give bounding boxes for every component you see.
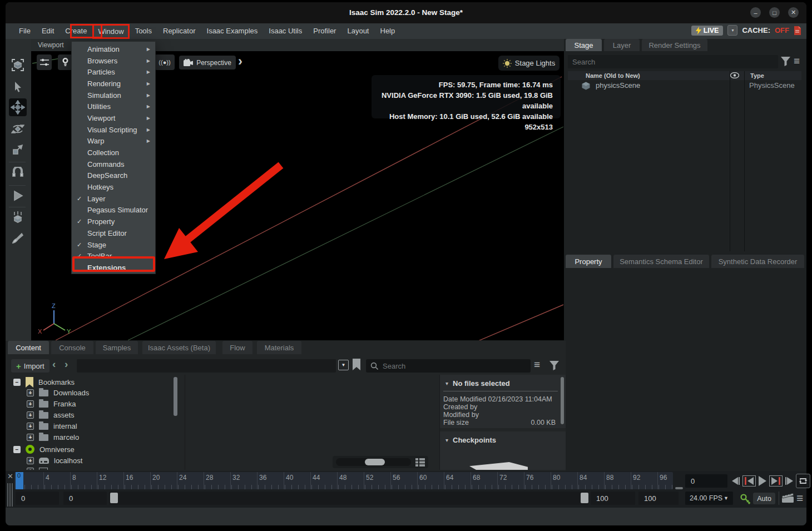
tab-property[interactable]: Property: [566, 255, 611, 268]
move-tool[interactable]: [9, 98, 27, 116]
select-tool[interactable]: [9, 78, 27, 96]
go-to-end-button[interactable]: [769, 475, 783, 487]
play-button[interactable]: [759, 476, 766, 486]
content-view-options-icon[interactable]: ≡: [534, 359, 540, 371]
expand-expander[interactable]: +: [27, 423, 34, 430]
tab-flow[interactable]: Flow: [222, 341, 252, 354]
stage-options-icon[interactable]: ≡: [794, 55, 800, 67]
paint-tool[interactable]: [9, 229, 27, 247]
timeline-ruler-numbers[interactable]: 0 48121620242832364044485256606468727680…: [14, 472, 673, 489]
snap-tool[interactable]: [9, 164, 27, 182]
stage-tree-row[interactable]: physicsScene PhysicsScene: [568, 81, 801, 91]
content-filter-icon[interactable]: [549, 361, 559, 370]
rotate-tool[interactable]: [9, 120, 27, 138]
content-search-input[interactable]: [383, 360, 522, 372]
play-tool[interactable]: [9, 187, 27, 205]
tab-semantics-schema-editor[interactable]: Semantics Schema Editor: [613, 255, 709, 268]
timeline-close-icon[interactable]: ✕: [7, 472, 13, 480]
column-name[interactable]: Name (Old to New): [586, 72, 640, 79]
tree-scrollbar[interactable]: [174, 377, 177, 416]
menu-item-stage[interactable]: ✓Stage: [72, 239, 155, 251]
collapse-expander[interactable]: −: [13, 379, 21, 386]
tab-isaac-assets-beta[interactable]: Isaac Assets (Beta): [142, 341, 216, 354]
tab-samples[interactable]: Samples: [96, 341, 138, 354]
step-forward-button[interactable]: [785, 477, 793, 485]
menu-item-simulation[interactable]: Simulation▶: [72, 90, 155, 101]
menu-file[interactable]: File: [13, 23, 36, 39]
tab-render-settings[interactable]: Render Settings: [642, 39, 707, 51]
live-button[interactable]: LIVE: [691, 26, 724, 36]
timeline-options-icon[interactable]: ≡: [796, 492, 803, 505]
camera-selector-button[interactable]: Perspective: [179, 56, 236, 70]
menu-item-commands[interactable]: Commands: [72, 158, 155, 170]
viewport-settings-button[interactable]: [37, 54, 52, 70]
start-time-field[interactable]: 0: [16, 492, 59, 505]
menu-item-browsers[interactable]: Browsers▶: [72, 55, 155, 67]
checkpoints-header[interactable]: ▾ Checkpoints: [445, 436, 496, 444]
back-button[interactable]: ‹: [52, 358, 56, 370]
current-frame-field[interactable]: 0: [685, 474, 727, 488]
expand-expander[interactable]: +: [27, 434, 34, 441]
viewport-toolbar-expand-icon[interactable]: ›: [238, 53, 242, 69]
selection-mode-tool[interactable]: [9, 56, 27, 74]
stage-search-input[interactable]: [568, 55, 778, 68]
menu-help[interactable]: Help: [375, 23, 401, 39]
ruler-scrollbar[interactable]: [675, 487, 683, 489]
import-button[interactable]: + Import: [11, 359, 49, 373]
slider-handle[interactable]: [365, 459, 385, 465]
tab-console[interactable]: Console: [51, 341, 93, 354]
maximize-button[interactable]: □: [769, 7, 780, 18]
range-end-field[interactable]: 100: [591, 492, 635, 505]
tab-content[interactable]: Content: [8, 341, 49, 354]
panel-divider[interactable]: [185, 375, 185, 470]
expand-expander[interactable]: +: [27, 400, 34, 408]
stage-lights-button[interactable]: Stage Lights: [498, 56, 560, 71]
range-slider-track[interactable]: [109, 492, 588, 505]
tree-item-franka[interactable]: + Franka: [27, 400, 76, 408]
forward-button[interactable]: ›: [65, 358, 68, 370]
auto-key-icon[interactable]: [740, 493, 751, 504]
timeline-drag-grip[interactable]: [7, 483, 15, 507]
menu-layout[interactable]: Layout: [341, 23, 374, 39]
expand-expander[interactable]: +: [27, 389, 34, 396]
tree-item-marcelo[interactable]: + marcelo: [27, 433, 79, 441]
menu-item-hotkeys[interactable]: Hotkeys: [72, 181, 155, 193]
tree-item-localhost[interactable]: + localhost: [27, 456, 82, 465]
visibility-eye-icon[interactable]: [730, 72, 739, 78]
menu-item-animation[interactable]: Animation▶: [72, 43, 155, 55]
address-bar[interactable]: [77, 359, 336, 373]
viewport-lighting-button[interactable]: [58, 54, 73, 70]
tree-item-partial[interactable]: +: [27, 468, 48, 470]
menu-item-deepsearch[interactable]: DeepSearch: [72, 170, 155, 182]
no-files-header[interactable]: ▾ No files selected: [445, 379, 510, 388]
tree-item-omniverse[interactable]: − Omniverse: [13, 445, 75, 454]
expand-expander[interactable]: +: [27, 468, 34, 470]
column-type[interactable]: Type: [750, 72, 764, 79]
tab-synthetic-data-recorder[interactable]: Synthetic Data Recorder: [711, 255, 804, 268]
range-end-handle[interactable]: [581, 493, 588, 503]
thumbnail-size-slider[interactable]: [336, 458, 411, 466]
menu-tools[interactable]: Tools: [130, 23, 157, 39]
tab-materials[interactable]: Materials: [257, 341, 301, 354]
list-view-icon[interactable]: [415, 458, 425, 467]
menu-isaac-utils[interactable]: Isaac Utils: [263, 23, 308, 39]
menu-item-pegasus-simulator[interactable]: Pegasus Simulator: [72, 205, 155, 216]
auto-key-button[interactable]: Auto: [753, 493, 775, 504]
range-start-field[interactable]: 0: [63, 492, 107, 505]
menu-profiler[interactable]: Profiler: [308, 23, 341, 39]
menu-isaac-examples[interactable]: Isaac Examples: [201, 23, 264, 39]
collapse-expander[interactable]: −: [13, 446, 21, 453]
filter-icon[interactable]: [781, 57, 790, 66]
range-start-handle[interactable]: [110, 493, 118, 503]
menu-item-rendering[interactable]: Rendering▶: [72, 78, 155, 90]
close-button[interactable]: ✕: [788, 7, 799, 18]
viewport-tab[interactable]: Viewport: [38, 41, 63, 49]
menu-item-script-editor[interactable]: Script Editor: [72, 227, 155, 239]
tree-item-downloads[interactable]: + Downloads: [27, 389, 89, 397]
fps-dropdown[interactable]: 24.00 FPS ▼: [685, 492, 733, 505]
menu-item-warp[interactable]: Warp▶: [72, 136, 155, 147]
column-divider[interactable]: [744, 71, 745, 251]
menu-item-viewport[interactable]: Viewport▶: [72, 112, 155, 124]
cache-document-icon[interactable]: [794, 26, 801, 35]
details-scrollbar[interactable]: [561, 377, 564, 424]
